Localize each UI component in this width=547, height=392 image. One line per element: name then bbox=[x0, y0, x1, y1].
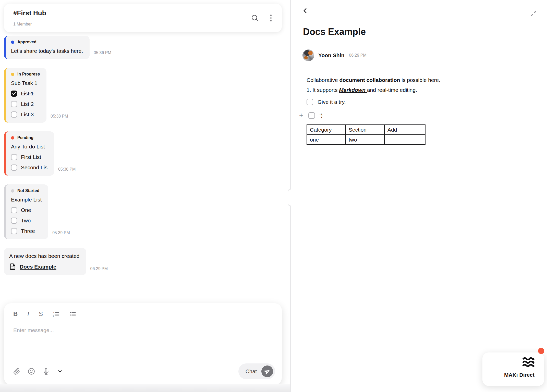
message-composer: B I S 1 2 bbox=[4, 303, 282, 385]
chat-header: #First Hub 1 Member bbox=[4, 4, 282, 32]
checkbox-unchecked[interactable] bbox=[11, 101, 17, 107]
composer-bottom-bar: Chat bbox=[13, 363, 275, 379]
doc-panel: Docs Example Yoon Shin 06:29 PM Collabor… bbox=[291, 0, 547, 392]
ordered-list-button[interactable]: 1 2 bbox=[53, 311, 59, 318]
checklist-item: Two bbox=[11, 218, 42, 224]
doc-content[interactable]: Collaborative document collaboration is … bbox=[307, 77, 480, 145]
status-row: Pending bbox=[11, 135, 47, 140]
add-block-button[interactable]: + bbox=[298, 112, 304, 119]
doc-paragraph: 1. It supports Markdown and real-time ed… bbox=[307, 87, 480, 93]
maki-waves-logo-icon bbox=[522, 357, 534, 368]
bullet-list-button[interactable] bbox=[69, 311, 76, 318]
checklist-item-label: Two bbox=[21, 218, 31, 224]
page-background-strip bbox=[0, 384, 290, 392]
doc-timestamp: 06:29 PM bbox=[349, 53, 366, 58]
checklist-title: Sub Task 1 bbox=[11, 80, 40, 86]
svg-text:2: 2 bbox=[53, 314, 54, 317]
doc-text: and real-time editing. bbox=[367, 87, 417, 93]
notification-dot bbox=[538, 348, 544, 354]
checkbox-unchecked[interactable] bbox=[11, 218, 17, 224]
checkbox-unchecked[interactable] bbox=[307, 99, 313, 105]
checklist-item-label: Three bbox=[21, 228, 35, 234]
message-text: Let's share today's tasks here. bbox=[11, 48, 83, 54]
attach-file-button[interactable] bbox=[13, 368, 20, 375]
status-dot bbox=[11, 136, 14, 140]
send-button-label: Chat bbox=[246, 368, 257, 374]
doc-paragraph: Collaborative document collaboration is … bbox=[307, 77, 480, 83]
expand-icon bbox=[530, 10, 537, 17]
doc-link[interactable]: Docs Example bbox=[20, 264, 56, 270]
checklist-item: List 1 bbox=[11, 91, 40, 97]
doc-text: 1. It supports bbox=[307, 87, 339, 93]
doc-link-row: Docs Example bbox=[9, 263, 80, 270]
checkbox-unchecked[interactable] bbox=[308, 112, 315, 119]
search-button[interactable] bbox=[251, 14, 259, 22]
checkbox-unchecked[interactable] bbox=[11, 111, 17, 118]
checklist-item-label: List 1 bbox=[21, 91, 34, 97]
checklist-item-label: List 3 bbox=[21, 111, 34, 118]
kebab-menu-icon bbox=[270, 15, 272, 21]
message-in-progress: In Progress Sub Task 1 List 1 List 2 Lis… bbox=[4, 68, 68, 123]
checkbox-unchecked[interactable] bbox=[11, 165, 17, 171]
status-dot bbox=[11, 41, 14, 44]
voice-record-button[interactable] bbox=[43, 368, 50, 375]
checkbox-checked[interactable] bbox=[11, 91, 17, 97]
back-button[interactable] bbox=[301, 7, 309, 15]
maki-direct-widget[interactable]: MAKi Direct bbox=[482, 352, 544, 386]
message-bubble: Not Started Example List One Two Three bbox=[4, 184, 48, 239]
doc-todo-row: Give it a try. bbox=[307, 99, 480, 105]
svg-text:1: 1 bbox=[53, 311, 54, 314]
more-menu-button[interactable] bbox=[270, 15, 272, 21]
table-cell[interactable]: one bbox=[307, 135, 346, 145]
expand-button[interactable] bbox=[530, 10, 537, 17]
checkbox-unchecked[interactable] bbox=[11, 228, 17, 234]
table-cell[interactable]: two bbox=[346, 135, 384, 145]
more-options-button[interactable] bbox=[57, 369, 63, 374]
author-name: Yoon Shin bbox=[318, 52, 344, 58]
emoji-button[interactable] bbox=[28, 368, 35, 375]
doc-text: Collaborative bbox=[307, 77, 339, 83]
table-header-cell[interactable]: Add bbox=[384, 125, 425, 135]
checklist-item: First List bbox=[11, 154, 47, 160]
message-not-started: Not Started Example List One Two Three 0… bbox=[4, 184, 70, 239]
doc-title: Docs Example bbox=[303, 27, 366, 37]
table-header-cell[interactable]: Category bbox=[307, 125, 346, 135]
checklist-item-label: List 2 bbox=[21, 101, 34, 107]
avatar[interactable] bbox=[302, 49, 314, 61]
doc-markdown-link[interactable]: Markdown bbox=[339, 87, 367, 93]
italic-button[interactable]: I bbox=[27, 310, 29, 318]
message-time: 06:29 PM bbox=[90, 267, 108, 271]
checkbox-unchecked[interactable] bbox=[11, 207, 17, 213]
message-pending: Pending Any To-do List First List Second… bbox=[4, 131, 76, 176]
microphone-icon bbox=[43, 368, 50, 375]
message-bubble: Pending Any To-do List First List Second… bbox=[4, 131, 54, 176]
message-time: 05:38 PM bbox=[51, 114, 68, 119]
maki-direct-label: MAKi Direct bbox=[488, 372, 534, 378]
message-time: 05:39 PM bbox=[52, 231, 70, 235]
strikethrough-button[interactable]: S bbox=[39, 310, 43, 318]
message-text: A new docs has been created bbox=[9, 253, 80, 259]
message-list: Approved Let's share today's tasks here.… bbox=[4, 36, 111, 275]
checklist-item: List 2 bbox=[11, 101, 40, 107]
formatting-toolbar: B I S 1 2 bbox=[4, 303, 282, 318]
status-dot bbox=[11, 189, 14, 193]
message-bubble: A new docs has been created Docs Example bbox=[4, 248, 86, 275]
status-row: Approved bbox=[11, 40, 83, 44]
search-icon bbox=[251, 14, 259, 22]
bold-button[interactable]: B bbox=[13, 310, 18, 318]
send-plane-icon bbox=[261, 365, 273, 377]
status-row: Not Started bbox=[11, 188, 42, 193]
checklist-item: Second Lis bbox=[11, 165, 47, 171]
message-bubble: Approved Let's share today's tasks here. bbox=[4, 36, 90, 59]
status-label: Pending bbox=[17, 135, 33, 140]
checkbox-unchecked[interactable] bbox=[11, 154, 17, 160]
table-row: one two bbox=[307, 135, 425, 145]
status-dot bbox=[11, 73, 14, 76]
table-header-cell[interactable]: Section bbox=[346, 125, 384, 135]
message-input[interactable] bbox=[13, 327, 273, 358]
checklist-item: List 3 bbox=[11, 111, 40, 118]
send-button[interactable]: Chat bbox=[238, 363, 275, 379]
doc-bold-text: document collaboration bbox=[339, 77, 400, 83]
table-cell[interactable] bbox=[384, 135, 425, 145]
checklist-item: One bbox=[11, 207, 42, 213]
